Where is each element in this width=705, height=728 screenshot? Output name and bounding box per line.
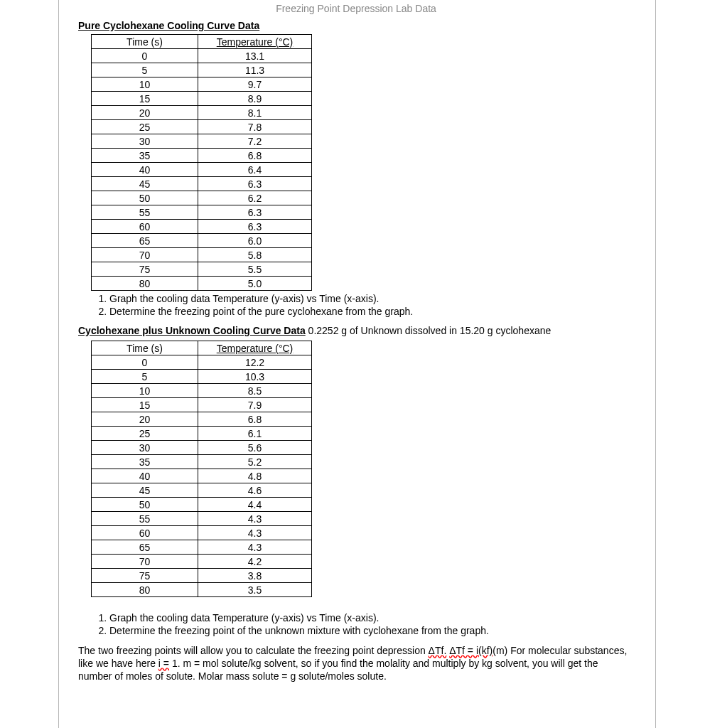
cell: 6.3 [198,220,312,234]
table-row: 504.4 [92,498,312,512]
cell: 9.7 [198,77,312,92]
task-item: Graph the cooling data Temperature (y-ax… [109,611,634,624]
cell: 5.8 [198,248,312,262]
table-header-row: Time (s) Temperature (°C) [92,341,312,355]
cell: 11.3 [198,63,312,77]
spacer [78,597,634,610]
table-row: 307.2 [92,134,312,149]
formula-equation: ΔTf = i(kf) [449,645,493,656]
col-temp-header: Temperature (°C) [198,35,312,49]
content: Freezing Point Depression Lab Data Pure … [0,0,705,695]
cell: 75 [92,262,198,277]
cell: 5 [92,370,198,384]
cell: 4.2 [198,555,312,569]
explanation-paragraph: The two freezing points will allow you t… [78,644,634,682]
table-row: 654.3 [92,540,312,555]
tasks-1: Graph the cooling data Temperature (y-ax… [109,292,634,318]
cell: 5.0 [198,277,312,291]
table-row: 705.8 [92,248,312,262]
table-row: 157.9 [92,398,312,412]
cell: 0 [92,49,198,63]
cell: 10.3 [198,370,312,384]
table-row: 803.5 [92,583,312,597]
cell: 70 [92,555,198,569]
table-row: 013.1 [92,49,312,63]
page-title: Freezing Point Depression Lab Data [78,3,634,18]
cell: 6.3 [198,205,312,220]
task-item: Determine the freezing point of the pure… [109,305,634,318]
table-row: 305.6 [92,441,312,455]
cell: 45 [92,177,198,191]
cell: 5.2 [198,455,312,469]
table-row: 012.2 [92,355,312,370]
cell: 10 [92,384,198,398]
table-row: 511.3 [92,63,312,77]
table-row: 556.3 [92,205,312,220]
table-row: 454.6 [92,483,312,498]
cell: 4.3 [198,512,312,526]
col-temp-header: Temperature (°C) [198,341,312,355]
table-row: 755.5 [92,262,312,277]
cell: 40 [92,469,198,483]
table-row: 257.8 [92,120,312,134]
table-row: 805.0 [92,277,312,291]
formula-i: i = [158,658,169,669]
table-row: 158.9 [92,92,312,106]
cell: 6.4 [198,163,312,177]
cell: 7.8 [198,120,312,134]
cell: 7.9 [198,398,312,412]
cell: 50 [92,498,198,512]
table-row: 510.3 [92,370,312,384]
cell: 20 [92,106,198,120]
section2-rest: 0.2252 g of Unknown dissolved in 15.20 g… [306,325,551,336]
table-row: 604.3 [92,526,312,540]
cell: 25 [92,427,198,441]
table-row: 656.0 [92,234,312,248]
para-pre: The two freezing points will allow you t… [78,645,429,656]
cell: 8.9 [198,92,312,106]
cell: 30 [92,134,198,149]
cell: 0 [92,355,198,370]
cell: 4.6 [198,483,312,498]
table-row: 753.8 [92,569,312,583]
cell: 8.1 [198,106,312,120]
cell: 40 [92,163,198,177]
cell: 5.6 [198,441,312,455]
task-item: Graph the cooling data Temperature (y-ax… [109,292,634,305]
section1-title: Pure Cyclohexane Cooling Curve Data [78,20,634,31]
cell: 6.2 [198,191,312,205]
margin-line-left [58,0,59,728]
table-row: 208.1 [92,106,312,120]
cell: 10 [92,77,198,92]
cell: 6.1 [198,427,312,441]
formula-dtf: ΔTf. [429,645,447,656]
col-temp-header-text: Temperature (°C) [217,343,294,354]
table-row: 554.3 [92,512,312,526]
table-row: 406.4 [92,163,312,177]
cell: 25 [92,120,198,134]
cell: 4.3 [198,540,312,555]
cell: 7.2 [198,134,312,149]
cell: 6.3 [198,177,312,191]
cell: 4.3 [198,526,312,540]
cell: 60 [92,526,198,540]
table-row: 356.8 [92,149,312,163]
col-time-header: Time (s) [92,35,198,49]
cell: 55 [92,512,198,526]
cell: 3.5 [198,583,312,597]
section2-title: Cyclohexane plus Unknown Cooling Curve D… [78,325,634,336]
cell: 20 [92,412,198,427]
table-row: 108.5 [92,384,312,398]
margin-line-right [655,0,656,728]
cell: 35 [92,455,198,469]
cell: 80 [92,277,198,291]
cell: 12.2 [198,355,312,370]
cell: 55 [92,205,198,220]
cell: 6.0 [198,234,312,248]
cell: 4.8 [198,469,312,483]
cell: 6.8 [198,412,312,427]
page: Freezing Point Depression Lab Data Pure … [0,0,705,728]
cell: 3.8 [198,569,312,583]
table1-wrap: Time (s) Temperature (°C) 013.1 511.3 10… [78,34,634,291]
cell: 5 [92,63,198,77]
